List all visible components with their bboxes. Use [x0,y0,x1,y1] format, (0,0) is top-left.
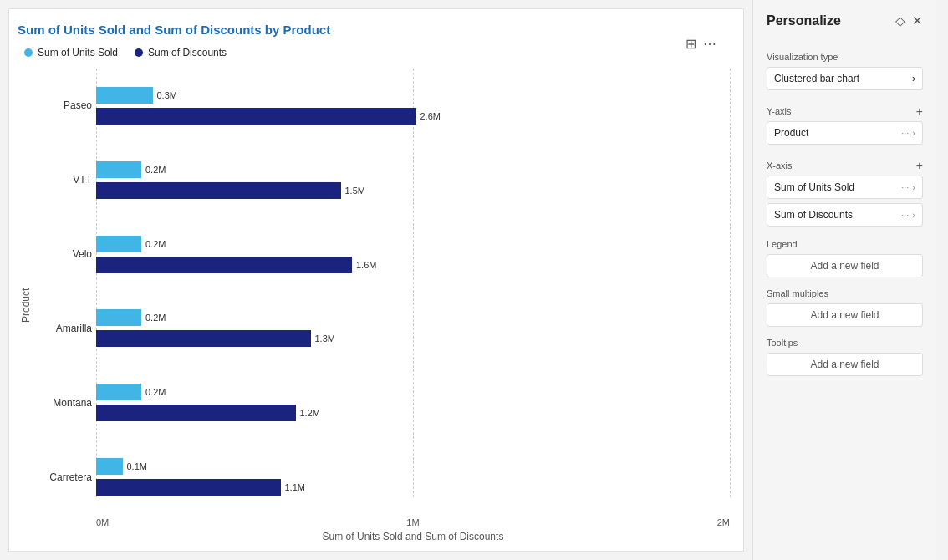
units-bar-label: 0.1M [127,461,147,471]
discounts-bar-label: 1.1M [285,482,305,492]
x-axis-section-label: X-axis [767,160,793,171]
tooltips-add-field-button[interactable]: Add a new field [767,353,923,376]
personalize-panel: Personalize ◇ ✕ Visualization type Clust… [752,0,936,560]
discounts-bar-row: 1.6M [96,256,730,274]
more-options-button[interactable]: ⋯ [703,36,716,52]
chart-title-plain: Sum of Units Sold and Sum of Discounts b… [18,23,283,37]
chart-container: Sum of Units Sold and Sum of Discounts b… [8,8,744,552]
x-axis-field1-actions: ··· › [901,182,915,192]
units-bar-row: 0.1M [96,457,730,476]
x-axis-field1-row[interactable]: Sum of Units Sold ··· › [767,176,923,199]
x-axis-field2-actions: ··· › [901,210,915,220]
x-axis-label: Sum of Units Sold and Sum of Discounts [38,531,730,542]
x-axis-field2-row[interactable]: Sum of Discounts ··· › [767,203,923,227]
grid-line-0 [96,69,97,497]
units-bar-row: 0.2M [96,160,730,179]
chart-header-icons: ⊞ ⋯ [686,36,716,52]
x-axis-section-header: X-axis + [767,159,923,172]
units-bar-row: 0.2M [96,235,730,253]
x-axis-field1-chevron-icon: › [912,182,915,192]
y-axis-chevron-icon: › [912,128,915,138]
x-axis-ticks: 0M 1M 2M [38,517,730,527]
panel-header: Personalize ◇ ✕ [767,13,923,28]
x-axis-field2-more-icon: ··· [901,210,909,220]
y-axis-field-actions: ··· › [901,128,915,138]
tooltips-section-label: Tooltips [767,338,923,348]
legend-item-discounts: Sum of Discounts [135,47,227,59]
discounts-bar [96,330,311,347]
x-axis-field2-value: Sum of Discounts [774,209,853,221]
x-tick-0: 0M [96,517,109,527]
product-label: Velo [38,248,92,260]
discounts-bar-row: 1.3M [96,329,730,348]
viz-type-value: Clustered bar chart [774,73,859,84]
discounts-bar [96,257,352,273]
viz-type-field[interactable]: Clustered bar chart › [767,67,923,90]
units-bar [96,236,141,252]
discounts-bar-row: 1.5M [96,181,730,200]
close-button[interactable]: ✕ [912,13,923,28]
discounts-bar-label: 1.2M [300,408,320,418]
units-bar [96,87,153,104]
units-bar [96,161,141,178]
product-label: VTT [38,174,92,186]
product-group: Amarilla0.2M1.3M [96,308,730,348]
discounts-bar-row: 1.2M [96,404,730,422]
units-bar-label: 0.3M [157,90,177,100]
chart-title: Sum of Units Sold and Sum of Discounts b… [18,23,330,37]
panel-header-icons: ◇ ✕ [895,13,923,28]
x-tick-2: 2M [717,517,730,527]
chart-inner: Paseo0.3M2.6MVTT0.2M1.5MVelo0.2M1.6MAmar… [38,69,730,542]
product-group: Carretera0.1M1.1M [96,457,730,496]
legend-add-field-button[interactable]: Add a new field [767,254,923,277]
legend-dot-units [24,48,33,57]
units-bar [96,384,141,400]
x-axis-add-button[interactable]: + [916,159,923,172]
discounts-bar [96,479,281,496]
units-bar-label: 0.2M [145,165,166,175]
panel-title: Personalize [767,13,841,28]
small-multiples-add-field-button[interactable]: Add a new field [767,303,923,327]
legend-dot-discounts [135,48,143,57]
chart-body: Product Paseo0.3M2.6MVTT0.2M1.5MVelo0.2M… [18,69,730,542]
grid-line-2 [730,69,731,497]
legend-label-units: Sum of Units Sold [38,47,118,59]
product-label: Paseo [38,99,92,111]
units-bar [96,309,141,326]
grid-line-1 [413,69,414,497]
chart-legend: Sum of Units Sold Sum of Discounts [24,47,730,59]
product-group: Montana0.2M1.2M [96,383,730,422]
viz-type-label: Visualization type [767,52,923,62]
legend-item-units: Sum of Units Sold [24,47,118,59]
small-multiples-section-label: Small multiples [767,288,923,298]
y-axis-section-header: Y-axis + [767,104,923,118]
product-group: Velo0.2M1.6M [96,235,730,274]
product-label: Montana [38,397,92,409]
viz-type-chevron: › [912,73,915,84]
units-bar-label: 0.2M [145,313,166,323]
reset-button[interactable]: ◇ [895,13,905,28]
focus-mode-button[interactable]: ⊞ [686,36,696,52]
grid-lines [96,69,730,497]
y-axis-add-button[interactable]: + [916,104,923,118]
units-bar-row: 0.2M [96,308,730,327]
discounts-bar-row: 1.1M [96,478,730,496]
units-bar-row: 0.2M [96,383,730,401]
product-label: Carretera [38,471,92,483]
legend-section-label: Legend [767,239,923,249]
x-axis-field1-value: Sum of Units Sold [774,181,854,193]
product-group: Paseo0.3M2.6M [96,86,730,125]
y-axis-section-label: Y-axis [767,106,792,116]
discounts-bar-label: 1.5M [345,186,365,196]
x-tick-1: 1M [406,517,419,527]
y-axis-label: Product [18,69,34,542]
y-axis-field-value: Product [774,127,808,139]
discounts-bar [96,405,296,421]
discounts-bar [96,108,416,125]
chart-title-highlight: Product [283,23,331,37]
y-axis-field-row[interactable]: Product ··· › [767,121,923,145]
product-group: VTT0.2M1.5M [96,160,730,200]
x-axis-field2-chevron-icon: › [912,210,915,220]
page-wrapper: Sum of Units Sold and Sum of Discounts b… [0,0,948,560]
discounts-bar-label: 2.6M [420,111,441,121]
